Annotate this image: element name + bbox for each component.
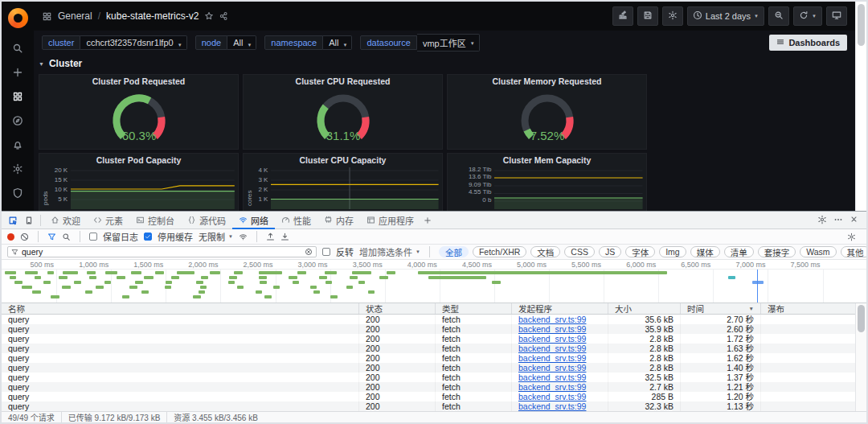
import-har-icon[interactable]: [266, 233, 275, 241]
create-plus-icon[interactable]: [6, 63, 29, 82]
explore-compass-icon[interactable]: [6, 111, 29, 130]
initiator-link[interactable]: backend_srv.ts:99: [518, 401, 586, 411]
variable-value-dropdown[interactable]: vmp工作区▼: [417, 34, 480, 51]
network-request-row[interactable]: query 200 fetch backend_srv.ts:99 2.8 kB…: [2, 353, 866, 363]
network-settings-gear-icon[interactable]: [847, 233, 856, 241]
filter-input[interactable]: [22, 247, 301, 257]
panel-cluster-pod-requested[interactable]: Cluster Pod Requested 60.3%: [39, 74, 239, 150]
initiator-link[interactable]: backend_srv.ts:99: [518, 382, 586, 392]
variable-value-dropdown[interactable]: All▼: [323, 35, 352, 50]
initiator-link[interactable]: backend_srv.ts:99: [518, 392, 586, 401]
more-options-icon[interactable]: [833, 215, 843, 226]
inspect-element-icon[interactable]: [5, 212, 21, 228]
filter-chip[interactable]: 其他: [841, 246, 868, 257]
zoom-out-time-button[interactable]: [768, 6, 789, 26]
clear-network-log-icon[interactable]: [20, 233, 29, 241]
template-variable[interactable]: cluster cchcrt3f2357dsnr1lfp0▼: [42, 35, 187, 50]
initiator-link[interactable]: backend_srv.ts:99: [518, 344, 586, 353]
time-range-picker[interactable]: Last 2 days ▼: [687, 6, 764, 26]
panel-cluster-cpu-capacity[interactable]: Cluster CPU Capacity cores4 K3 K2 K1 K: [243, 153, 443, 211]
filter-chip[interactable]: Wasm: [800, 246, 836, 257]
column-header-type[interactable]: 类型: [436, 303, 512, 314]
devtools-tab[interactable]: 网络: [232, 212, 275, 229]
export-har-icon[interactable]: [280, 233, 289, 241]
close-devtools-icon[interactable]: [850, 215, 858, 225]
column-header-status[interactable]: 状态: [359, 303, 436, 314]
filter-chip[interactable]: Fetch/XHR: [473, 246, 526, 257]
column-header-name[interactable]: 名称: [2, 303, 359, 314]
share-icon[interactable]: [219, 11, 229, 21]
server-admin-shield-icon[interactable]: [6, 183, 29, 203]
network-overview-waterfall[interactable]: [2, 270, 866, 303]
panel-cluster-memory-requested[interactable]: Cluster Memory Requested 7.52%: [447, 74, 647, 150]
network-request-row[interactable]: query 200 fetch backend_srv.ts:99 2.8 kB…: [2, 334, 866, 344]
initiator-link[interactable]: backend_srv.ts:99: [518, 324, 586, 334]
panel-cluster-mem-capacity[interactable]: Cluster Mem Capacity 18.2 Tib13.6 Tib9.0…: [447, 153, 647, 211]
breadcrumb-folder[interactable]: General: [58, 10, 92, 22]
initiator-link[interactable]: backend_srv.ts:99: [518, 353, 586, 363]
more-filters-dropdown[interactable]: 增加筛选条件 ▼: [359, 245, 420, 258]
column-header-initiator[interactable]: 发起程序: [512, 303, 608, 314]
table-scrollbar[interactable]: [855, 303, 866, 411]
column-header-size[interactable]: 大小: [608, 303, 681, 314]
column-header-waterfall[interactable]: 瀑布: [761, 303, 866, 314]
variable-value-dropdown[interactable]: cchcrt3f2357dsnr1lfp0▼: [80, 35, 186, 50]
template-variable[interactable]: datasource vmp工作区▼: [360, 34, 479, 51]
network-request-row[interactable]: query 200 fetch backend_srv.ts:99 2.8 kB…: [2, 344, 866, 353]
network-request-row[interactable]: query 200 fetch backend_srv.ts:99 35.9 k…: [2, 324, 866, 334]
panel-cluster-pod-capacity[interactable]: Cluster Pod Capacity pods20 K15 K10 K5 K: [39, 153, 239, 211]
clear-filter-icon[interactable]: [305, 248, 313, 256]
devtools-tab[interactable]: 源代码: [181, 212, 232, 229]
settings-gear-icon[interactable]: [817, 215, 827, 226]
dashboard-settings-button[interactable]: [662, 6, 683, 26]
alerting-bell-icon[interactable]: [6, 135, 29, 154]
search-icon[interactable]: [6, 39, 29, 58]
filter-funnel-icon[interactable]: [47, 233, 56, 241]
grafana-logo[interactable]: [2, 2, 34, 34]
save-dashboard-button[interactable]: [637, 6, 658, 26]
filter-chip[interactable]: 媒体: [690, 246, 720, 257]
filter-chip[interactable]: 字体: [625, 246, 655, 257]
filter-chip[interactable]: CSS: [564, 246, 595, 257]
panel-cluster-cpu-requested[interactable]: Cluster CPU Requested 31.1%: [243, 74, 443, 150]
page-scrollbar[interactable]: [855, 2, 866, 211]
filter-chip[interactable]: 清单: [724, 246, 754, 257]
more-tools-plus-icon[interactable]: [420, 212, 435, 229]
devtools-tab[interactable]: 内存: [317, 212, 360, 229]
dashboards-button[interactable]: Dashboards: [769, 35, 847, 51]
record-network-log-button[interactable]: [7, 233, 14, 241]
column-header-time[interactable]: 时间 ▼: [681, 303, 761, 314]
filter-chip[interactable]: JS: [599, 246, 621, 257]
filter-chip[interactable]: 全部: [439, 246, 469, 257]
initiator-link[interactable]: backend_srv.ts:99: [518, 315, 586, 324]
device-toolbar-icon[interactable]: [21, 212, 37, 228]
disable-cache-checkbox[interactable]: [144, 233, 152, 241]
template-variable[interactable]: namespace All▼: [264, 35, 352, 50]
kiosk-mode-button[interactable]: [826, 6, 847, 26]
devtools-tab[interactable]: 元素: [87, 212, 129, 229]
network-request-row[interactable]: query 200 fetch backend_srv.ts:99 32.3 k…: [2, 401, 866, 411]
throttling-dropdown[interactable]: 无限制 ▼: [199, 230, 233, 243]
network-request-row[interactable]: query 200 fetch backend_srv.ts:99 2.8 kB…: [2, 363, 866, 373]
dashboard-row-header[interactable]: ▼ Cluster: [39, 58, 82, 69]
scrollbar-thumb[interactable]: [858, 4, 865, 46]
template-variable[interactable]: node All▼: [195, 35, 257, 50]
network-request-row[interactable]: query 200 fetch backend_srv.ts:99 285 B …: [2, 392, 866, 401]
network-request-row[interactable]: query 200 fetch backend_srv.ts:99 32.5 k…: [2, 373, 866, 382]
devtools-tab[interactable]: 欢迎: [44, 212, 87, 229]
network-request-row[interactable]: query 200 fetch backend_srv.ts:99 35.6 k…: [2, 315, 866, 324]
star-icon[interactable]: [204, 11, 214, 21]
search-network-icon[interactable]: [62, 233, 71, 241]
initiator-link[interactable]: backend_srv.ts:99: [518, 363, 586, 373]
devtools-tab[interactable]: 应用程序: [360, 212, 420, 229]
initiator-link[interactable]: backend_srv.ts:99: [518, 334, 586, 344]
devtools-tab[interactable]: 控制台: [129, 212, 181, 229]
network-conditions-icon[interactable]: [239, 233, 248, 241]
scrollbar-thumb[interactable]: [858, 305, 865, 332]
preserve-log-checkbox[interactable]: [89, 233, 97, 241]
configuration-gear-icon[interactable]: [6, 159, 29, 179]
variable-value-dropdown[interactable]: All▼: [227, 35, 256, 50]
dashboards-grid-icon[interactable]: [6, 87, 29, 106]
network-request-row[interactable]: query 200 fetch backend_srv.ts:99 2.7 kB…: [2, 382, 866, 392]
add-panel-button[interactable]: [612, 6, 633, 26]
